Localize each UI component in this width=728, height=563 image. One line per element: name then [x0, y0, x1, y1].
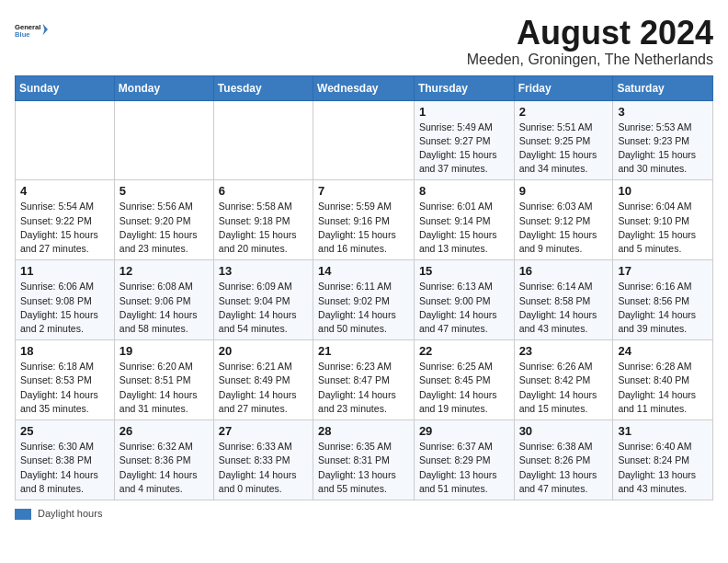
day-info: Sunrise: 6:18 AM Sunset: 8:53 PM Dayligh…	[20, 360, 109, 416]
calendar-week-2: 4Sunrise: 5:54 AM Sunset: 9:22 PM Daylig…	[16, 180, 713, 260]
calendar-cell: 10Sunrise: 6:04 AM Sunset: 9:10 PM Dayli…	[613, 180, 713, 260]
calendar-cell	[114, 100, 213, 180]
day-info: Sunrise: 6:32 AM Sunset: 8:36 PM Dayligh…	[119, 440, 209, 496]
day-number: 21	[318, 344, 409, 358]
day-info: Sunrise: 5:54 AM Sunset: 9:22 PM Dayligh…	[20, 200, 109, 256]
day-number: 16	[519, 264, 609, 278]
calendar-cell: 22Sunrise: 6:25 AM Sunset: 8:45 PM Dayli…	[414, 340, 514, 420]
calendar-cell: 31Sunrise: 6:40 AM Sunset: 8:24 PM Dayli…	[613, 420, 713, 500]
day-number: 12	[119, 264, 209, 278]
day-number: 2	[519, 105, 609, 119]
day-info: Sunrise: 5:59 AM Sunset: 9:16 PM Dayligh…	[318, 200, 409, 256]
calendar-cell: 27Sunrise: 6:33 AM Sunset: 8:33 PM Dayli…	[213, 420, 313, 500]
day-info: Sunrise: 6:08 AM Sunset: 9:06 PM Dayligh…	[119, 280, 209, 336]
day-number: 7	[318, 184, 409, 198]
day-number: 22	[419, 344, 509, 358]
calendar-cell: 23Sunrise: 6:26 AM Sunset: 8:42 PM Dayli…	[514, 340, 613, 420]
calendar-cell: 25Sunrise: 6:30 AM Sunset: 8:38 PM Dayli…	[16, 420, 115, 500]
day-number: 8	[419, 184, 509, 198]
day-info: Sunrise: 6:30 AM Sunset: 8:38 PM Dayligh…	[20, 440, 109, 496]
calendar-cell: 3Sunrise: 5:53 AM Sunset: 9:23 PM Daylig…	[613, 100, 713, 180]
day-info: Sunrise: 6:01 AM Sunset: 9:14 PM Dayligh…	[419, 200, 509, 256]
day-info: Sunrise: 6:03 AM Sunset: 9:12 PM Dayligh…	[519, 200, 609, 256]
day-number: 14	[318, 264, 409, 278]
day-number: 10	[618, 184, 708, 198]
day-number: 25	[20, 424, 109, 438]
day-number: 3	[618, 105, 708, 119]
calendar-cell: 11Sunrise: 6:06 AM Sunset: 9:08 PM Dayli…	[16, 260, 115, 340]
calendar-cell: 21Sunrise: 6:23 AM Sunset: 8:47 PM Dayli…	[313, 340, 415, 420]
day-info: Sunrise: 6:14 AM Sunset: 8:58 PM Dayligh…	[519, 280, 609, 336]
day-number: 30	[519, 424, 609, 438]
day-header-sunday: Sunday	[16, 75, 115, 100]
calendar-cell: 7Sunrise: 5:59 AM Sunset: 9:16 PM Daylig…	[313, 180, 415, 260]
header: GeneralBlue August 2024 Meeden, Groninge…	[15, 15, 713, 68]
day-number: 19	[119, 344, 209, 358]
day-number: 31	[618, 424, 708, 438]
calendar-cell: 13Sunrise: 6:09 AM Sunset: 9:04 PM Dayli…	[213, 260, 313, 340]
calendar-footer: Daylight hours	[15, 508, 713, 520]
day-info: Sunrise: 6:06 AM Sunset: 9:08 PM Dayligh…	[20, 280, 109, 336]
logo-icon: GeneralBlue	[15, 15, 48, 48]
calendar-cell: 5Sunrise: 5:56 AM Sunset: 9:20 PM Daylig…	[114, 180, 213, 260]
day-info: Sunrise: 6:23 AM Sunset: 8:47 PM Dayligh…	[318, 360, 409, 416]
day-info: Sunrise: 6:25 AM Sunset: 8:45 PM Dayligh…	[419, 360, 509, 416]
svg-text:General: General	[15, 23, 40, 31]
calendar-cell: 26Sunrise: 6:32 AM Sunset: 8:36 PM Dayli…	[114, 420, 213, 500]
day-info: Sunrise: 6:09 AM Sunset: 9:04 PM Dayligh…	[219, 280, 308, 336]
day-number: 28	[318, 424, 409, 438]
calendar-cell: 29Sunrise: 6:37 AM Sunset: 8:29 PM Dayli…	[414, 420, 514, 500]
day-info: Sunrise: 6:35 AM Sunset: 8:31 PM Dayligh…	[318, 440, 409, 496]
day-number: 24	[618, 344, 708, 358]
day-info: Sunrise: 6:26 AM Sunset: 8:42 PM Dayligh…	[519, 360, 609, 416]
svg-text:Blue: Blue	[15, 30, 30, 39]
day-info: Sunrise: 6:38 AM Sunset: 8:26 PM Dayligh…	[519, 440, 609, 496]
day-number: 29	[419, 424, 509, 438]
calendar-week-3: 11Sunrise: 6:06 AM Sunset: 9:08 PM Dayli…	[16, 260, 713, 340]
footer-label: Daylight hours	[38, 508, 102, 519]
calendar-cell: 17Sunrise: 6:16 AM Sunset: 8:56 PM Dayli…	[613, 260, 713, 340]
calendar-cell: 24Sunrise: 6:28 AM Sunset: 8:40 PM Dayli…	[613, 340, 713, 420]
calendar-cell: 16Sunrise: 6:14 AM Sunset: 8:58 PM Dayli…	[514, 260, 613, 340]
svg-marker-2	[43, 24, 48, 36]
calendar-cell: 4Sunrise: 5:54 AM Sunset: 9:22 PM Daylig…	[16, 180, 115, 260]
day-number: 6	[219, 184, 308, 198]
calendar-cell: 2Sunrise: 5:51 AM Sunset: 9:25 PM Daylig…	[514, 100, 613, 180]
day-info: Sunrise: 5:51 AM Sunset: 9:25 PM Dayligh…	[519, 121, 609, 177]
calendar-cell: 14Sunrise: 6:11 AM Sunset: 9:02 PM Dayli…	[313, 260, 415, 340]
calendar-cell: 9Sunrise: 6:03 AM Sunset: 9:12 PM Daylig…	[514, 180, 613, 260]
day-info: Sunrise: 6:28 AM Sunset: 8:40 PM Dayligh…	[618, 360, 708, 416]
calendar-cell: 28Sunrise: 6:35 AM Sunset: 8:31 PM Dayli…	[313, 420, 415, 500]
day-number: 1	[419, 105, 509, 119]
calendar-cell: 6Sunrise: 5:58 AM Sunset: 9:18 PM Daylig…	[213, 180, 313, 260]
location-title: Meeden, Groningen, The Netherlands	[467, 52, 713, 68]
day-number: 27	[219, 424, 308, 438]
day-header-saturday: Saturday	[613, 75, 713, 100]
day-info: Sunrise: 6:21 AM Sunset: 8:49 PM Dayligh…	[219, 360, 308, 416]
day-number: 11	[20, 264, 109, 278]
day-info: Sunrise: 6:04 AM Sunset: 9:10 PM Dayligh…	[618, 200, 708, 256]
title-area: August 2024 Meeden, Groningen, The Nethe…	[467, 15, 713, 68]
calendar-cell	[213, 100, 313, 180]
day-number: 17	[618, 264, 708, 278]
day-info: Sunrise: 5:49 AM Sunset: 9:27 PM Dayligh…	[419, 121, 509, 177]
calendar-cell: 15Sunrise: 6:13 AM Sunset: 9:00 PM Dayli…	[414, 260, 514, 340]
day-header-friday: Friday	[514, 75, 613, 100]
day-header-thursday: Thursday	[414, 75, 514, 100]
calendar-cell: 1Sunrise: 5:49 AM Sunset: 9:27 PM Daylig…	[414, 100, 514, 180]
day-number: 13	[219, 264, 308, 278]
day-number: 15	[419, 264, 509, 278]
calendar-cell: 20Sunrise: 6:21 AM Sunset: 8:49 PM Dayli…	[213, 340, 313, 420]
day-info: Sunrise: 6:40 AM Sunset: 8:24 PM Dayligh…	[618, 440, 708, 496]
calendar-cell: 8Sunrise: 6:01 AM Sunset: 9:14 PM Daylig…	[414, 180, 514, 260]
calendar-cell: 19Sunrise: 6:20 AM Sunset: 8:51 PM Dayli…	[114, 340, 213, 420]
day-info: Sunrise: 6:37 AM Sunset: 8:29 PM Dayligh…	[419, 440, 509, 496]
calendar-week-4: 18Sunrise: 6:18 AM Sunset: 8:53 PM Dayli…	[16, 340, 713, 420]
day-number: 20	[219, 344, 308, 358]
day-number: 5	[119, 184, 209, 198]
calendar-cell: 12Sunrise: 6:08 AM Sunset: 9:06 PM Dayli…	[114, 260, 213, 340]
day-number: 9	[519, 184, 609, 198]
calendar-cell: 30Sunrise: 6:38 AM Sunset: 8:26 PM Dayli…	[514, 420, 613, 500]
calendar-cell	[313, 100, 415, 180]
day-info: Sunrise: 6:16 AM Sunset: 8:56 PM Dayligh…	[618, 280, 708, 336]
